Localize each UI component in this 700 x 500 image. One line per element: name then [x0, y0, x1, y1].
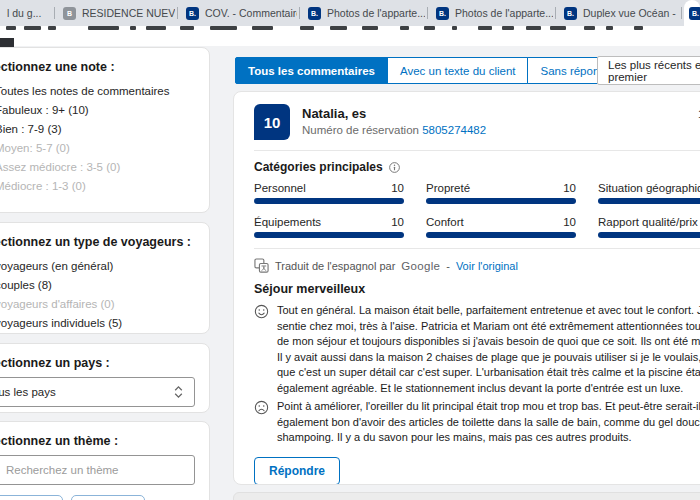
browser-tab-label: Duplex vue Océan - — [583, 7, 676, 19]
country-filter-heading: Sélectionnez un pays : — [0, 356, 195, 370]
browser-tab-duplex[interactable]: B. Duplex vue Océan - — [557, 0, 680, 26]
browser-tab-photos-1[interactable]: B. Photos de l'apparte... — [301, 0, 425, 26]
negative-review-text: Point à améliorer, l'oreiller du lit pri… — [277, 399, 700, 446]
category-proprete: Propreté10 — [426, 182, 576, 204]
reply-button[interactable]: Répondre — [254, 457, 340, 485]
sort-dropdown-value: Les plus récents en premier — [608, 59, 700, 83]
translation-row: Traduit de l'espagnol par Google - Voir … — [254, 258, 700, 273]
note-filter-heading: Sélectionnez une note : — [0, 60, 195, 74]
category-confort: Confort10 — [426, 216, 576, 238]
tab-separator — [555, 7, 556, 19]
browser-tab-commentaires[interactable]: B. COV. - Commentaires — [179, 0, 297, 26]
happy-face-icon — [254, 304, 269, 319]
traveler-option-individuels[interactable]: voyageurs individuels (5) — [0, 313, 195, 332]
category-rapport-qualite-prix: Rapport qualité/prix10 — [598, 216, 700, 238]
category-bar — [426, 232, 576, 238]
guest-name: Natalia, es — [302, 106, 486, 121]
traveler-option-affaires: voyageurs d'affaires (0) — [0, 294, 195, 313]
select-chevrons-icon — [173, 385, 184, 399]
note-option-assez-mediocre: Assez médiocre : 3-5 (0) — [0, 157, 195, 176]
tab-tous-les-commentaires[interactable]: Tous les commentaires — [235, 57, 388, 84]
browser-tab-label: RESIDENCE NUEV... — [82, 7, 175, 19]
category-score: 10 — [391, 182, 404, 194]
tab-separator — [54, 7, 55, 19]
traveler-option-general[interactable]: voyageurs (en général) — [0, 256, 195, 275]
note-option-mediocre: Médiocre : 1-3 (0) — [0, 176, 195, 195]
google-wordmark: Google — [401, 260, 440, 272]
next-review-card-top — [233, 492, 700, 500]
info-icon[interactable] — [388, 161, 401, 174]
browser-tab-label: Photos de l'apparte... — [455, 7, 553, 19]
country-select-value: Tous les pays — [0, 386, 56, 398]
filter-card-country: Sélectionnez un pays : Tous les pays — [0, 343, 210, 413]
screen: l du g... B RESIDENCE NUEV... B. COV. - … — [0, 0, 700, 500]
review-negative: Point à améliorer, l'oreiller du lit pri… — [254, 399, 700, 446]
category-score: 10 — [563, 182, 576, 194]
reservation-number-link[interactable]: 5805274482 — [422, 124, 486, 136]
traveler-filter-heading: Sélectionnez un type de voyageurs : — [0, 235, 195, 249]
categories-grid: Personnel10 Propreté10 Situation géograp… — [254, 182, 700, 238]
review-card: 10 Natalia, es Numéro de réservation 580… — [233, 91, 700, 485]
category-bar — [254, 232, 404, 238]
filter-card-theme: Sélectionnez un thème : Aéroport + Calme… — [0, 421, 210, 500]
divider — [254, 150, 700, 151]
note-option-all[interactable]: Toutes les notes de commentaires — [0, 81, 195, 100]
category-score: 10 — [391, 216, 404, 228]
theme-filter-heading: Sélectionnez un thème : — [0, 434, 195, 448]
browser-tab-strip: l du g... B RESIDENCE NUEV... B. COV. - … — [0, 0, 700, 26]
categories-title-row: Catégories principales — [254, 160, 700, 174]
browser-tab-label: Photos de l'apparte... — [327, 7, 425, 19]
category-equipements: Équipements10 — [254, 216, 404, 238]
country-select[interactable]: Tous les pays — [0, 377, 195, 407]
review-positive: Tout en général. La maison était belle, … — [254, 303, 700, 396]
note-option-fabuleux[interactable]: Fabuleux : 9+ (10) — [0, 100, 195, 119]
category-bar — [598, 232, 700, 238]
review-header: 10 Natalia, es Numéro de réservation 580… — [254, 104, 700, 140]
booking-favicon: B. — [186, 7, 199, 20]
divider — [254, 248, 700, 249]
category-bar — [426, 198, 576, 204]
reservation-line: Numéro de réservation 5805274482 — [302, 124, 486, 136]
category-personnel: Personnel10 — [254, 182, 404, 204]
tab-avec-texte-client[interactable]: Avec un texte du client — [387, 57, 529, 84]
tab-separator — [427, 7, 428, 19]
translate-icon — [254, 258, 269, 273]
sort-dropdown[interactable]: Les plus récents en premier — [597, 56, 700, 85]
theme-tag-aeroport[interactable]: Aéroport + — [0, 495, 63, 500]
sad-face-icon — [254, 400, 269, 415]
booking-favicon: B. — [308, 7, 321, 20]
review-filter-tabs: Tous les commentaires Avec un texte du c… — [235, 57, 624, 84]
filter-card-note: Sélectionnez une note : Toutes les notes… — [0, 47, 210, 213]
separator-dash: - — [446, 260, 450, 272]
tab-separator — [681, 7, 682, 19]
browser-tab-partial[interactable]: l du g... — [0, 0, 52, 26]
category-situation: Situation géographique10 — [598, 182, 700, 204]
page-content: Sélectionnez une note : Toutes les notes… — [0, 46, 700, 500]
browser-tab-photos-2[interactable]: B. Photos de l'apparte... — [429, 0, 553, 26]
bookmarks-bar-cropped — [0, 26, 700, 46]
note-option-moyen: Moyen: 5-7 (0) — [0, 138, 195, 157]
browser-tab-label: COV. - Commentaires — [205, 7, 297, 19]
booking-favicon: B. — [436, 7, 449, 20]
theme-tags: Aéroport + Calme + — [0, 495, 195, 500]
translated-by-text: Traduit de l'espagnol par — [275, 260, 395, 272]
category-bar — [598, 198, 700, 204]
review-title: Séjour merveilleux — [254, 282, 700, 296]
filter-card-traveler: Sélectionnez un type de voyageurs : voya… — [0, 222, 210, 334]
traveler-option-couples[interactable]: couples (8) — [0, 275, 195, 294]
view-original-link[interactable]: Voir l'original — [456, 260, 518, 272]
note-option-bien[interactable]: Bien : 7-9 (3) — [0, 119, 195, 138]
tab-separator — [177, 7, 178, 19]
browser-tab-label: l du g... — [7, 7, 41, 19]
theme-search-input[interactable] — [0, 455, 195, 485]
favicon-gray: B — [63, 7, 76, 20]
theme-tag-calme[interactable]: Calme + — [71, 495, 145, 500]
booking-favicon: B. — [564, 7, 577, 20]
positive-review-text: Tout en général. La maison était belle, … — [277, 303, 700, 396]
review-score-badge: 10 — [254, 104, 290, 140]
browser-tab-active-partial[interactable]: B. — [684, 0, 700, 26]
category-bar — [254, 198, 404, 204]
tab-separator — [299, 7, 300, 19]
category-score: 10 — [563, 216, 576, 228]
browser-tab-residence[interactable]: B RESIDENCE NUEV... — [56, 0, 175, 26]
